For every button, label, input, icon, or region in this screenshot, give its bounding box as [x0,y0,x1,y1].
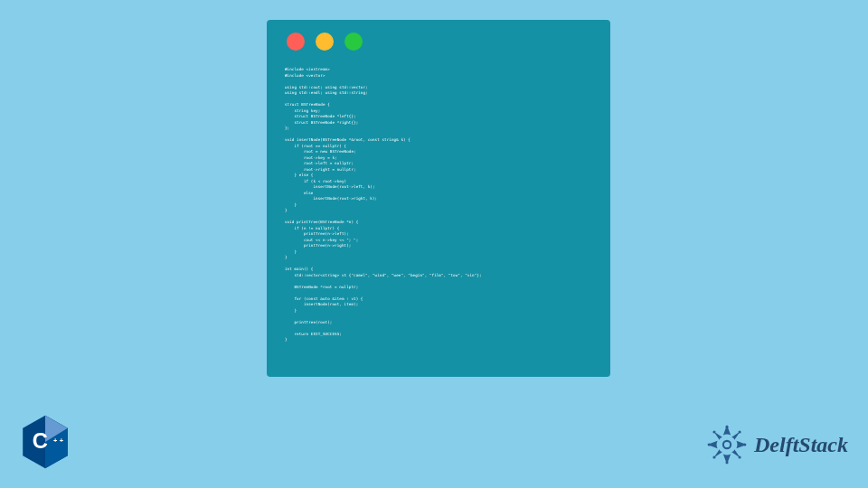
cpp-badge-icon: C + + [18,414,72,470]
maximize-dot-icon [344,33,363,51]
svg-point-6 [724,442,730,447]
svg-point-9 [708,443,711,446]
svg-text:+: + [53,436,57,445]
code-content: #include <iostream> #include <vector> us… [267,60,610,354]
brand-logo: DelftStack [703,421,848,468]
svg-point-13 [712,455,715,458]
svg-point-12 [738,430,741,433]
cpp-letter: C [33,429,48,453]
svg-point-7 [725,426,728,428]
minimize-dot-icon [316,33,334,51]
svg-text:+: + [60,436,63,445]
svg-point-10 [743,443,746,446]
traffic-lights [267,20,610,60]
brand-name: DelftStack [754,433,848,457]
close-dot-icon [287,33,305,51]
svg-point-8 [725,461,728,464]
svg-point-14 [738,455,741,458]
svg-point-11 [712,430,715,433]
code-window: #include <iostream> #include <vector> us… [267,20,610,377]
delft-mandala-icon [703,421,750,468]
